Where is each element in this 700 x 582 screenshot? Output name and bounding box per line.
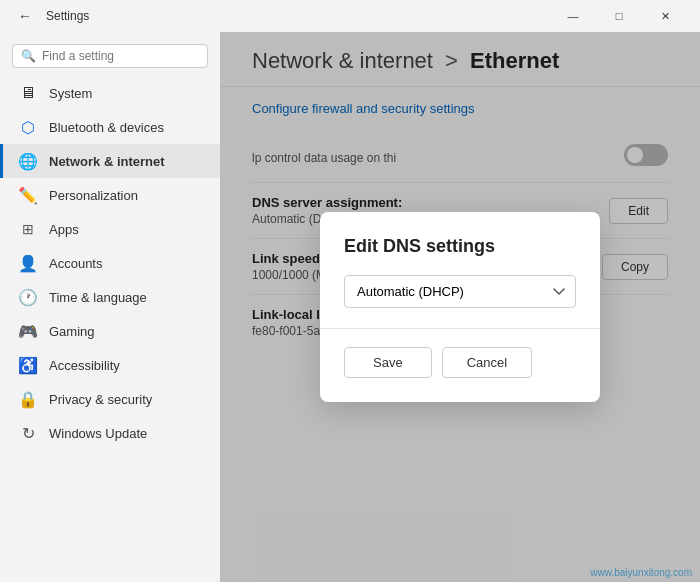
- search-icon: 🔍: [21, 49, 36, 63]
- apps-icon: ⊞: [19, 220, 37, 238]
- modal-title: Edit DNS settings: [344, 236, 576, 257]
- sidebar-label-system: System: [49, 86, 92, 101]
- accessibility-icon: ♿: [19, 356, 37, 374]
- sidebar-label-update: Windows Update: [49, 426, 147, 441]
- sidebar-item-update[interactable]: ↻ Windows Update: [0, 416, 220, 450]
- modal-divider: [320, 328, 600, 329]
- modal-cancel-button[interactable]: Cancel: [442, 347, 532, 378]
- sidebar-label-gaming: Gaming: [49, 324, 95, 339]
- back-button[interactable]: ←: [12, 6, 38, 26]
- search-input[interactable]: [42, 49, 199, 63]
- sidebar-label-accessibility: Accessibility: [49, 358, 120, 373]
- sidebar-label-personalization: Personalization: [49, 188, 138, 203]
- dns-type-select[interactable]: Automatic (DHCP) Manual: [344, 275, 576, 308]
- app-body: 🔍 System ⬡ Bluetooth & devices 🌐 Network…: [0, 32, 700, 582]
- sidebar: 🔍 System ⬡ Bluetooth & devices 🌐 Network…: [0, 32, 220, 582]
- title-bar-controls: — □ ✕: [550, 0, 688, 32]
- sidebar-item-privacy[interactable]: 🔒 Privacy & security: [0, 382, 220, 416]
- sidebar-label-time: Time & language: [49, 290, 147, 305]
- accounts-icon: 👤: [19, 254, 37, 272]
- sidebar-label-apps: Apps: [49, 222, 79, 237]
- modal-actions: Save Cancel: [344, 347, 576, 378]
- sidebar-item-system[interactable]: System: [0, 76, 220, 110]
- sidebar-item-apps[interactable]: ⊞ Apps: [0, 212, 220, 246]
- sidebar-label-network: Network & internet: [49, 154, 165, 169]
- bluetooth-icon: ⬡: [19, 118, 37, 136]
- sidebar-label-bluetooth: Bluetooth & devices: [49, 120, 164, 135]
- modal-overlay: Edit DNS settings Automatic (DHCP) Manua…: [220, 32, 700, 582]
- sidebar-item-bluetooth[interactable]: ⬡ Bluetooth & devices: [0, 110, 220, 144]
- privacy-icon: 🔒: [19, 390, 37, 408]
- sidebar-label-accounts: Accounts: [49, 256, 102, 271]
- sidebar-item-time[interactable]: 🕐 Time & language: [0, 280, 220, 314]
- time-icon: 🕐: [19, 288, 37, 306]
- edit-dns-modal: Edit DNS settings Automatic (DHCP) Manua…: [320, 212, 600, 402]
- update-icon: ↻: [19, 424, 37, 442]
- monitor-icon: [19, 84, 37, 102]
- sidebar-label-privacy: Privacy & security: [49, 392, 152, 407]
- title-bar-left: ← Settings: [12, 6, 89, 26]
- title-bar-title: Settings: [46, 9, 89, 23]
- sidebar-item-network[interactable]: 🌐 Network & internet: [0, 144, 220, 178]
- search-box[interactable]: 🔍: [12, 44, 208, 68]
- sidebar-item-accounts[interactable]: 👤 Accounts: [0, 246, 220, 280]
- minimize-button[interactable]: —: [550, 0, 596, 32]
- sidebar-item-personalization[interactable]: ✏️ Personalization: [0, 178, 220, 212]
- sidebar-item-accessibility[interactable]: ♿ Accessibility: [0, 348, 220, 382]
- close-button[interactable]: ✕: [642, 0, 688, 32]
- network-icon: 🌐: [19, 152, 37, 170]
- title-bar: ← Settings — □ ✕: [0, 0, 700, 32]
- personalization-icon: ✏️: [19, 186, 37, 204]
- content-area: Network & internet > Ethernet Configure …: [220, 32, 700, 582]
- gaming-icon: 🎮: [19, 322, 37, 340]
- maximize-button[interactable]: □: [596, 0, 642, 32]
- modal-save-button[interactable]: Save: [344, 347, 432, 378]
- sidebar-item-gaming[interactable]: 🎮 Gaming: [0, 314, 220, 348]
